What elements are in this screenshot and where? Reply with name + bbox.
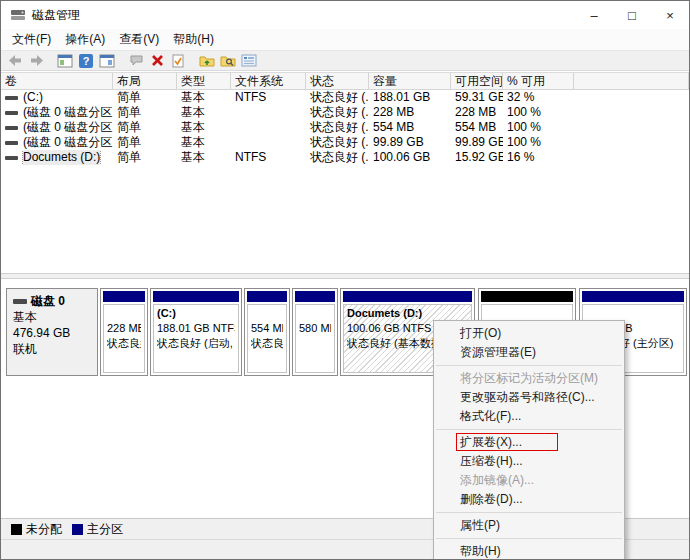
window-title: 磁盘管理 bbox=[32, 7, 80, 24]
menubar-item-0[interactable]: 文件(F) bbox=[5, 29, 58, 50]
column-header[interactable]: 类型 bbox=[177, 73, 231, 89]
show-pane-icon[interactable] bbox=[97, 52, 117, 70]
help-icon[interactable]: ? bbox=[76, 52, 96, 70]
callout-icon[interactable] bbox=[126, 52, 146, 70]
partition-label: 228 MB状态良好 bbox=[103, 304, 145, 373]
cell: 228 MB bbox=[451, 105, 503, 120]
volume-row[interactable]: (磁盘 0 磁盘分区 3)简单基本状态良好 (...554 MB554 MB10… bbox=[1, 120, 689, 135]
folder-search-icon[interactable] bbox=[218, 52, 238, 70]
volume-icon bbox=[5, 96, 18, 100]
volume-row[interactable]: (C:)简单基本NTFS状态良好 (...188.01 GB59.31 GB32… bbox=[1, 90, 689, 105]
column-header[interactable]: 容量 bbox=[369, 73, 451, 89]
cell: 状态良好 (... bbox=[306, 105, 369, 120]
column-header[interactable]: 状态 bbox=[306, 73, 369, 89]
volume-name: (磁盘 0 磁盘分区 1) bbox=[23, 105, 113, 120]
partition[interactable]: 554 MB状态良好 bbox=[244, 288, 290, 376]
menu-separator bbox=[436, 429, 622, 430]
context-menu-item[interactable]: 帮助(H) bbox=[434, 542, 624, 560]
console-window-icon[interactable] bbox=[55, 52, 75, 70]
column-header[interactable]: % 可用 bbox=[503, 73, 574, 89]
volume-row[interactable]: (磁盘 0 磁盘分区 6)简单基本状态良好 (...99.89 GB99.89 … bbox=[1, 135, 689, 150]
partition[interactable]: (C:)188.01 GB NTFS状态良好 (启动, 页面文件, 故障转储, … bbox=[150, 288, 242, 376]
column-header-filler bbox=[574, 73, 689, 89]
folder-up-icon[interactable] bbox=[197, 52, 217, 70]
cell: 554 MB bbox=[451, 120, 503, 135]
legend-swatch bbox=[72, 524, 83, 535]
partition-size: 188.01 GB NTFS bbox=[157, 321, 235, 336]
volume-icon bbox=[5, 156, 18, 160]
cell: NTFS bbox=[231, 90, 306, 105]
back-icon[interactable] bbox=[5, 52, 25, 70]
partition-name: (C:) bbox=[157, 306, 235, 321]
forward-icon[interactable] bbox=[26, 52, 46, 70]
toolbar: ? bbox=[1, 50, 689, 71]
partition-name bbox=[251, 306, 283, 321]
cell: 100 % bbox=[503, 135, 574, 150]
context-menu-item[interactable]: 压缩卷(H)... bbox=[434, 452, 624, 471]
context-menu-item[interactable]: 打开(O) bbox=[434, 324, 624, 343]
partition-size: 580 MB bbox=[299, 321, 331, 336]
cell: 100 % bbox=[503, 105, 574, 120]
partition-name bbox=[485, 306, 569, 321]
cell: (磁盘 0 磁盘分区 6) bbox=[1, 135, 113, 150]
context-menu-item[interactable]: 格式化(F)... bbox=[434, 407, 624, 426]
partition-label: 580 MB bbox=[295, 304, 335, 373]
close-button[interactable]: × bbox=[651, 1, 689, 29]
legend-item: 主分区 bbox=[72, 521, 123, 538]
properties-icon[interactable] bbox=[239, 52, 259, 70]
menubar-item-3[interactable]: 帮助(H) bbox=[166, 29, 221, 50]
cell bbox=[231, 135, 306, 150]
volume-icon bbox=[5, 141, 18, 145]
delete-icon[interactable] bbox=[147, 52, 167, 70]
partition-name bbox=[107, 306, 141, 321]
disk0-info-panel[interactable]: 磁盘 0 基本 476.94 GB 联机 bbox=[6, 288, 98, 376]
column-header[interactable]: 文件系统 bbox=[231, 73, 306, 89]
cell: 15.92 GB bbox=[451, 150, 503, 165]
volume-icon bbox=[5, 111, 18, 115]
cell-filler bbox=[574, 150, 689, 165]
menubar-item-1[interactable]: 操作(A) bbox=[58, 29, 112, 50]
cell-filler bbox=[574, 120, 689, 135]
disk-name: 磁盘 0 bbox=[31, 294, 65, 308]
cell: 16 % bbox=[503, 150, 574, 165]
partition-status: 状态良好 bbox=[251, 336, 283, 351]
column-header[interactable]: 可用空间 bbox=[451, 73, 503, 89]
cell-filler bbox=[574, 90, 689, 105]
cell: 简单 bbox=[113, 135, 177, 150]
legend-label: 主分区 bbox=[87, 521, 123, 538]
volume-name: Documets (D:) bbox=[23, 150, 100, 165]
partition-color-bar bbox=[103, 291, 145, 302]
context-menu-item[interactable]: 删除卷(D)... bbox=[434, 490, 624, 509]
context-menu: 打开(O)资源管理器(E)将分区标记为活动分区(M)更改驱动器号和路径(C)..… bbox=[433, 320, 625, 560]
volume-table-header: 卷布局类型文件系统状态容量可用空间% 可用 bbox=[1, 73, 689, 90]
context-menu-item[interactable]: 更改驱动器号和路径(C)... bbox=[434, 388, 624, 407]
context-menu-item: 将分区标记为活动分区(M) bbox=[434, 369, 624, 388]
partition[interactable]: 228 MB状态良好 bbox=[100, 288, 148, 376]
volume-name: (C:) bbox=[23, 90, 43, 105]
minimize-button[interactable]: – bbox=[575, 1, 613, 29]
partition-color-bar bbox=[481, 291, 573, 302]
menubar: 文件(F)操作(A)查看(V)帮助(H) bbox=[1, 29, 689, 50]
annotation-red-box bbox=[456, 433, 558, 451]
context-menu-item[interactable]: 扩展卷(X)... bbox=[434, 433, 624, 452]
volume-icon bbox=[5, 126, 18, 130]
check-document-icon[interactable] bbox=[168, 52, 188, 70]
partition[interactable]: 580 MB bbox=[292, 288, 338, 376]
maximize-button[interactable]: □ bbox=[613, 1, 651, 29]
cell: 100.06 GB bbox=[369, 150, 451, 165]
cell: 状态良好 (... bbox=[306, 135, 369, 150]
cell-filler bbox=[574, 105, 689, 120]
menubar-item-2[interactable]: 查看(V) bbox=[112, 29, 166, 50]
context-menu-item[interactable]: 属性(P) bbox=[434, 516, 624, 535]
cell: 基本 bbox=[177, 90, 231, 105]
partition-color-bar bbox=[343, 291, 472, 302]
column-header[interactable]: 卷 bbox=[1, 73, 113, 89]
volume-row[interactable]: (磁盘 0 磁盘分区 1)简单基本状态良好 (...228 MB228 MB10… bbox=[1, 105, 689, 120]
partition-status: 状态良好 bbox=[107, 336, 141, 351]
cell: 简单 bbox=[113, 150, 177, 165]
column-header[interactable]: 布局 bbox=[113, 73, 177, 89]
disk-icon bbox=[13, 299, 27, 304]
context-menu-item[interactable]: 资源管理器(E) bbox=[434, 343, 624, 362]
volume-row[interactable]: Documets (D:)简单基本NTFS状态良好 (...100.06 GB1… bbox=[1, 150, 689, 165]
cell: Documets (D:) bbox=[1, 150, 113, 165]
